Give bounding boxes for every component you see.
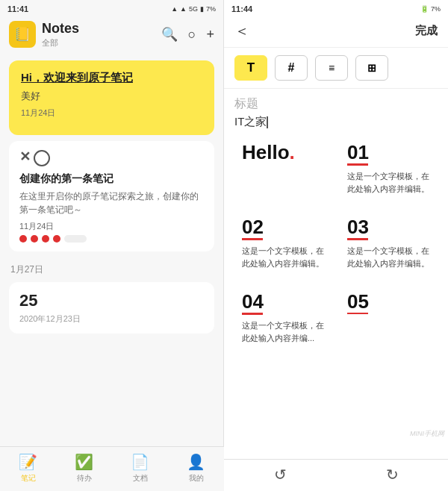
undo-button[interactable]: ↺ xyxy=(274,466,287,484)
notes-list: Hi，欢迎来到原子笔记 美好 11月24日 ✕ 创建你的第一条笔记 在这里开启你… xyxy=(0,54,223,491)
editor-text: IT之家 xyxy=(234,115,267,128)
xo-icons: ✕ xyxy=(19,150,204,166)
notes-nav-icon: 📝 xyxy=(19,453,37,471)
wifi-icon: ▲ xyxy=(180,5,187,13)
battery-full-icon: 🔋 xyxy=(420,5,429,13)
toolbar-grid-btn[interactable]: ⊞ xyxy=(355,55,388,81)
dot-3 xyxy=(42,235,49,243)
nav-notes[interactable]: 📝 笔记 xyxy=(19,453,37,484)
template-num-04: 04 xyxy=(242,292,325,311)
status-bar-right: 11:44 🔋 7% xyxy=(224,0,448,16)
note-card-3[interactable]: 25 2020年12月23日 xyxy=(9,282,214,334)
note-3-big-date: 25 xyxy=(19,291,204,310)
nav-todo[interactable]: ✅ 待办 xyxy=(75,453,93,484)
app-title-sub: 全部 xyxy=(42,37,79,49)
o-icon xyxy=(34,150,50,166)
signal-5g: 5G xyxy=(189,5,198,13)
dots-row xyxy=(19,235,204,243)
template-text-01: 这是一个文字模板，在此处输入内容并编辑。 xyxy=(347,170,430,195)
editor-title-placeholder: 标题 xyxy=(234,96,438,112)
dot-4 xyxy=(53,235,60,243)
search-button[interactable]: 🔍 xyxy=(161,26,178,43)
app-title-area: 📒 Notes 全部 xyxy=(9,21,79,49)
hello-dot: . xyxy=(290,141,295,163)
template-num-03: 03 xyxy=(347,217,430,237)
status-time-right: 11:44 xyxy=(231,4,252,13)
note-2-body: 在这里开启你的原子笔记探索之旅，创建你的第一条笔记吧～ xyxy=(19,190,204,216)
template-underline-03 xyxy=(347,238,368,240)
grid-icon: ⊞ xyxy=(367,62,376,74)
template-04: 04 这是一个文字模板，在此处输入内容并编... xyxy=(234,284,332,351)
nav-profile[interactable]: 👤 我的 xyxy=(187,453,205,484)
battery-icon: ▮ xyxy=(200,5,204,13)
add-note-button[interactable]: + xyxy=(206,27,214,43)
x-icon: ✕ xyxy=(19,150,31,166)
bottom-nav-left: 📝 笔记 ✅ 待办 📄 文档 👤 我的 xyxy=(0,446,224,491)
signal-icon: ▲ xyxy=(171,5,178,13)
todo-nav-icon: ✅ xyxy=(75,453,93,471)
status-icons-right: 🔋 7% xyxy=(420,5,441,13)
battery-level: 7% xyxy=(206,5,216,13)
dot-2 xyxy=(31,235,38,243)
template-text-04: 这是一个文字模板，在此处输入内容并编... xyxy=(242,319,325,344)
text-format-icon: T xyxy=(247,60,255,75)
back-button[interactable]: ＜ xyxy=(234,21,249,41)
template-grid: Hello. 01 这是一个文字模板，在此处输入内容并编辑。 02 这是一个文字… xyxy=(234,135,438,351)
note-card-1[interactable]: Hi，欢迎来到原子笔记 美好 11月24日 xyxy=(9,60,214,135)
dot-bar xyxy=(64,235,87,243)
note-1-title: Hi，欢迎来到原子笔记 xyxy=(21,71,202,85)
docs-nav-icon: 📄 xyxy=(131,453,149,471)
template-text-03: 这是一个文字模板，在此处输入内容并编辑。 xyxy=(347,245,430,269)
watermark: MINI手机网 xyxy=(410,429,444,439)
date-divider: 1月27日 xyxy=(0,256,223,279)
note-1-date: 11月24日 xyxy=(21,107,202,119)
done-button[interactable]: 完成 xyxy=(415,24,438,38)
nav-docs[interactable]: 📄 文档 xyxy=(131,453,149,484)
right-panel: 11:44 🔋 7% ＜ 完成 T # ≡ ⊞ 标题 IT之家 Hel xyxy=(224,0,448,491)
todo-nav-label: 待办 xyxy=(77,473,92,484)
template-num-02: 02 xyxy=(242,217,325,237)
bottom-nav-right: ↺ ↻ xyxy=(224,459,448,491)
status-icons-left: ▲ ▲ 5G ▮ 7% xyxy=(171,5,216,13)
list-icon: ≡ xyxy=(329,62,335,74)
note-card-2[interactable]: ✕ 创建你的第一条笔记 在这里开启你的原子笔记探索之旅，创建你的第一条笔记吧～ … xyxy=(9,141,214,251)
circle-button[interactable]: ○ xyxy=(188,27,196,43)
battery-percent-right: 7% xyxy=(431,5,441,13)
template-underline-02 xyxy=(242,238,263,240)
template-underline-04 xyxy=(242,313,263,315)
note-3-small-date: 2020年12月23日 xyxy=(19,313,204,325)
status-time-left: 11:41 xyxy=(7,4,28,13)
redo-button[interactable]: ↻ xyxy=(386,466,399,484)
template-01: 01 这是一个文字模板，在此处输入内容并编辑。 xyxy=(340,135,438,202)
note-2-title: 创建你的第一条笔记 xyxy=(19,172,204,186)
toolbar-text-btn[interactable]: T xyxy=(234,55,267,81)
template-underline-01 xyxy=(347,163,368,166)
left-panel: 11:41 ▲ ▲ 5G ▮ 7% 📒 Notes 全部 🔍 ○ + Hi， xyxy=(0,0,224,491)
toolbar-icons: T # ≡ ⊞ xyxy=(224,48,448,89)
app-icon: 📒 xyxy=(9,21,36,48)
status-bar-left: 11:41 ▲ ▲ 5G ▮ 7% xyxy=(0,0,223,16)
editor-content[interactable]: IT之家 xyxy=(234,115,438,129)
docs-nav-label: 文档 xyxy=(133,473,148,484)
header-actions: 🔍 ○ + xyxy=(161,26,214,43)
template-num-01: 01 xyxy=(347,143,430,162)
toolbar-hash-btn[interactable]: # xyxy=(275,55,308,81)
app-title-name: Notes xyxy=(42,21,79,37)
notes-nav-label: 笔记 xyxy=(21,473,36,484)
profile-nav-icon: 👤 xyxy=(187,453,205,471)
right-header: ＜ 完成 xyxy=(224,16,448,48)
dot-1 xyxy=(19,235,27,243)
text-cursor xyxy=(267,116,268,128)
template-underline-05 xyxy=(347,313,368,314)
hello-text: Hello. xyxy=(242,143,325,162)
template-03: 03 这是一个文字模板，在此处输入内容并编辑。 xyxy=(340,210,438,277)
template-hello: Hello. xyxy=(234,135,332,202)
template-05: 05 xyxy=(340,284,438,314)
template-02: 02 这是一个文字模板，在此处输入内容并编辑。 xyxy=(234,210,332,277)
template-text-02: 这是一个文字模板，在此处输入内容并编辑。 xyxy=(242,245,325,269)
note-1-subtitle: 美好 xyxy=(21,90,202,103)
toolbar-list-btn[interactable]: ≡ xyxy=(315,55,348,81)
left-header: 📒 Notes 全部 🔍 ○ + xyxy=(0,16,223,54)
hash-icon: # xyxy=(288,61,295,75)
template-num-05: 05 xyxy=(347,292,430,311)
